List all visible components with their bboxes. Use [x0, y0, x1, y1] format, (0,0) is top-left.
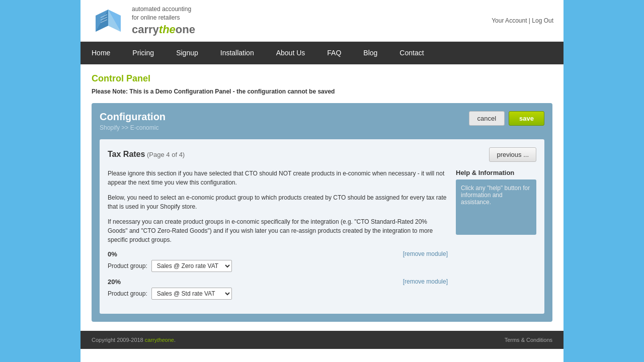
- nav-signup[interactable]: Signup: [165, 42, 209, 64]
- logo-area: automated accounting for online retailer…: [91, 5, 195, 36]
- section-page: (Page 4 of 4): [147, 151, 185, 158]
- nav-contact[interactable]: Contact: [388, 42, 435, 64]
- help-column: Help & Information Click any "help" butt…: [456, 169, 536, 306]
- nav-installation[interactable]: Installation: [209, 42, 265, 64]
- desc2: Below, you need to select an e-conomic p…: [108, 193, 448, 211]
- footer-links: Terms & Conditions: [505, 337, 552, 343]
- main-nav: Home Pricing Signup Installation About U…: [80, 42, 564, 64]
- nav-about[interactable]: About Us: [265, 42, 316, 64]
- main-column: Please ignore this section if you have s…: [108, 169, 448, 306]
- demo-notice: Please Note: This is a Demo Configuratio…: [92, 88, 552, 95]
- config-title-area: Configuration Shopify >> E-conomic: [100, 111, 166, 131]
- logo-icon: [91, 6, 126, 36]
- tax-rate-0-label: 0%: [108, 250, 117, 258]
- brand-the: the: [159, 23, 176, 36]
- desc1: Please ignore this section if you have s…: [108, 169, 448, 187]
- tax-rate-20-label: 20%: [108, 278, 121, 286]
- page-title: Control Panel: [92, 73, 552, 84]
- footer-copyright: Copyright 2009-2018 carrytheone.: [92, 337, 176, 343]
- account-links: Your Account | Log Out: [492, 17, 553, 24]
- terms-link[interactable]: Terms & Conditions: [505, 337, 552, 343]
- brand-one: one: [176, 23, 195, 36]
- product-group-20-label: Product group:: [108, 290, 147, 297]
- nav-home[interactable]: Home: [80, 42, 121, 64]
- your-account-link[interactable]: Your Account: [492, 17, 527, 24]
- help-title: Help & Information: [456, 169, 536, 176]
- config-box: Configuration Shopify >> E-conomic cance…: [92, 103, 552, 322]
- remove-0-link[interactable]: [remove module]: [403, 250, 448, 257]
- cancel-button[interactable]: cancel: [469, 111, 505, 126]
- logo-text: automated accounting for online retailer…: [132, 5, 195, 36]
- product-group-20-select[interactable]: Sales @ Zero rate VAT Sales @ Std rate V…: [151, 288, 232, 300]
- section-title-area: Tax Rates (Page 4 of 4): [108, 150, 185, 159]
- logout-link[interactable]: Log Out: [532, 17, 553, 24]
- config-title: Configuration: [100, 111, 166, 123]
- config-header: Configuration Shopify >> E-conomic cance…: [100, 111, 544, 131]
- brand-name: carrytheone: [132, 23, 195, 36]
- config-buttons: cancel save: [469, 111, 545, 126]
- nav-pricing[interactable]: Pricing: [121, 42, 165, 64]
- main-content: Control Panel Please Note: This is a Dem…: [80, 64, 564, 331]
- product-group-0-select[interactable]: Sales @ Zero rate VAT Sales @ Std rate V…: [151, 260, 232, 272]
- tax-rate-0-header: 0% [remove module]: [108, 250, 448, 258]
- two-col-layout: Please ignore this section if you have s…: [108, 169, 536, 306]
- desc3: If necessary you can create product grou…: [108, 217, 448, 244]
- product-group-20-row: Product group: Sales @ Zero rate VAT Sal…: [108, 288, 448, 300]
- footer: Copyright 2009-2018 carrytheone. Terms &…: [80, 331, 564, 349]
- help-content: Click any "help" button for information …: [456, 179, 536, 235]
- section-title: Tax Rates: [108, 150, 145, 158]
- logo-tagline: automated accounting for online retailer…: [132, 5, 195, 22]
- tax-rate-20-header: 20% [remove module]: [108, 278, 448, 286]
- product-group-0-row: Product group: Sales @ Zero rate VAT Sal…: [108, 260, 448, 272]
- inner-panel: Tax Rates (Page 4 of 4) previous ... Ple…: [100, 139, 544, 314]
- previous-button[interactable]: previous ...: [489, 147, 536, 162]
- nav-blog[interactable]: Blog: [352, 42, 388, 64]
- section-header: Tax Rates (Page 4 of 4) previous ...: [108, 147, 536, 162]
- save-button[interactable]: save: [509, 111, 544, 126]
- tax-rate-0: 0% [remove module] Product group: Sales …: [108, 250, 448, 272]
- brand-carry: carry: [132, 23, 159, 36]
- nav-faq[interactable]: FAQ: [316, 42, 352, 64]
- footer-brand: carrytheone: [145, 337, 174, 343]
- config-breadcrumb: Shopify >> E-conomic: [100, 124, 166, 131]
- remove-20-link[interactable]: [remove module]: [403, 278, 448, 285]
- tax-rate-20: 20% [remove module] Product group: Sales…: [108, 278, 448, 300]
- product-group-0-label: Product group:: [108, 262, 147, 269]
- header: automated accounting for online retailer…: [80, 0, 564, 42]
